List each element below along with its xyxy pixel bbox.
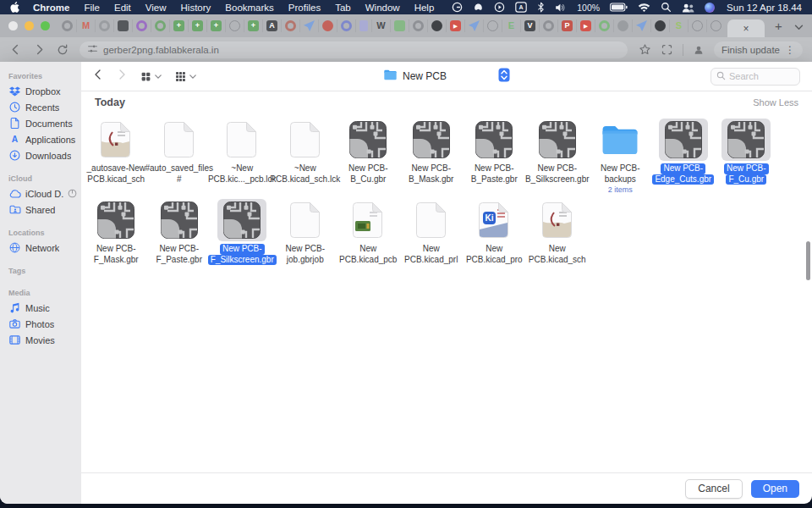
sidebar-item-recents[interactable]: Recents — [0, 99, 81, 115]
folder-dropdown[interactable]: New PCB — [383, 68, 510, 86]
reload-icon[interactable] — [57, 44, 69, 56]
input-source-icon[interactable]: A — [515, 2, 527, 13]
menu-item-chrome[interactable]: Chrome — [33, 3, 69, 13]
menu-item-help[interactable]: Help — [414, 3, 435, 13]
archive-favicon[interactable]: A — [263, 19, 282, 32]
file-item[interactable]: NewPCB.kicad_pcb — [337, 199, 400, 279]
active-tab[interactable]: × — [727, 19, 765, 37]
dark-app-favicon[interactable] — [114, 19, 133, 32]
volume-icon[interactable] — [555, 3, 567, 13]
dropdown-stepper-icon[interactable] — [498, 68, 510, 86]
dialog-back-button[interactable] — [93, 69, 103, 84]
bookmark-star-icon[interactable] — [639, 43, 651, 56]
search-field[interactable] — [710, 68, 800, 86]
file-item[interactable]: KiNewPCB.kicad_pro — [463, 199, 526, 279]
zoom-window-button[interactable] — [41, 21, 50, 30]
chrome-favicon[interactable] — [540, 19, 558, 32]
sheet-favicon[interactable]: + — [189, 19, 207, 32]
file-item[interactable]: New PCB-job.gbrjob — [274, 199, 337, 279]
back-icon[interactable] — [9, 43, 22, 56]
s-app-favicon[interactable]: S — [670, 19, 689, 32]
close-tab-icon[interactable]: × — [743, 24, 749, 34]
sheet-favicon[interactable]: + — [244, 19, 263, 32]
file-item[interactable]: New PCB-F_Silkscreen.gbr — [211, 199, 274, 279]
file-item[interactable]: NewPCB.kicad_prl — [400, 199, 464, 279]
show-less-button[interactable]: Show Less — [753, 97, 798, 108]
dialog-forward-button[interactable] — [117, 69, 127, 84]
sheet-favicon[interactable]: + — [207, 19, 226, 32]
dark-circle-favicon[interactable] — [428, 19, 447, 32]
globe-favicon[interactable] — [707, 19, 725, 32]
cancel-button[interactable]: Cancel — [685, 479, 742, 499]
sidebar-item-downloads[interactable]: Downloads — [0, 147, 81, 163]
scrollbar-thumb[interactable] — [806, 241, 810, 280]
file-item[interactable]: New PCB-Edge_Cuts.gbr — [652, 119, 716, 199]
finish-update-button[interactable]: Finish update ⋮ — [714, 41, 803, 58]
browser-menu-dots-icon[interactable]: ⋮ — [785, 44, 795, 56]
file-item[interactable]: New PCB-F_Mask.gbr — [85, 199, 148, 279]
green-app-favicon[interactable] — [151, 19, 170, 32]
file-item[interactable]: ~NewPCB.kicad_sch.lck — [274, 119, 337, 199]
search-input[interactable] — [729, 71, 794, 81]
profile-avatar-icon[interactable] — [693, 44, 705, 56]
v-app-favicon[interactable]: V — [521, 19, 540, 32]
sidebar-item-photos[interactable]: Photos — [0, 316, 81, 332]
file-item[interactable]: _autosave-NewPCB.kicad_sch — [85, 119, 148, 199]
grammarly-icon[interactable] — [452, 2, 463, 13]
minimize-window-button[interactable] — [25, 21, 34, 30]
file-item[interactable]: New PCB-F_Cu.gbr — [715, 119, 778, 199]
stack-favicon[interactable] — [614, 19, 633, 32]
file-item[interactable]: New PCB-B_Paste.gbr — [463, 119, 526, 199]
apple-menu-icon[interactable] — [10, 2, 19, 13]
menu-item-history[interactable]: History — [181, 3, 211, 13]
youtube-favicon[interactable]: ▶ — [577, 19, 595, 32]
sidebar-item-shared[interactable]: Shared — [0, 202, 81, 218]
menu-item-profiles[interactable]: Profiles — [288, 3, 321, 13]
sidebar-item-network[interactable]: Network — [0, 240, 81, 256]
sidebar-item-icloud-d[interactable]: iCloud D... — [0, 185, 81, 202]
siri-icon[interactable] — [705, 3, 715, 13]
menu-item-view[interactable]: View — [145, 3, 167, 13]
address-bar[interactable]: gerber2png.fablabkerala.in — [80, 41, 628, 58]
close-window-button[interactable] — [8, 21, 18, 30]
telegram-favicon[interactable] — [465, 19, 484, 32]
sidebar-item-movies[interactable]: Movies — [0, 332, 81, 348]
file-item[interactable]: ~NewPCB.kic..._pcb.lck — [211, 119, 274, 199]
bluetooth-icon[interactable] — [537, 2, 545, 13]
screenshot-tool-icon[interactable] — [661, 43, 673, 56]
menu-item-tab[interactable]: Tab — [335, 3, 351, 13]
sidebar-item-music[interactable]: Music — [0, 300, 81, 316]
menu-item-bookmarks[interactable]: Bookmarks — [225, 3, 274, 13]
youtube-favicon[interactable]: ▶ — [447, 19, 465, 32]
sidebar-item-documents[interactable]: Documents — [0, 115, 81, 131]
green-ring-favicon[interactable] — [595, 19, 614, 32]
new-tab-button[interactable]: + — [775, 19, 782, 32]
pinterest-favicon[interactable]: P — [558, 19, 577, 32]
open-button[interactable]: Open — [751, 480, 799, 498]
green-sheet-favicon[interactable] — [391, 19, 409, 32]
chrome-favicon[interactable] — [58, 19, 77, 32]
green-e-favicon[interactable]: E — [502, 19, 521, 32]
globe-favicon[interactable] — [484, 19, 502, 32]
grey-app-favicon[interactable] — [96, 19, 114, 32]
file-item[interactable]: NewPCB.kicad_sch — [526, 199, 590, 279]
grid-view-button[interactable] — [175, 71, 196, 82]
chrome-color-favicon[interactable] — [282, 19, 300, 32]
url-text[interactable]: gerber2png.fablabkerala.in — [103, 45, 219, 55]
globe-favicon[interactable] — [689, 19, 707, 32]
sidebar-item-dropbox[interactable]: Dropbox — [0, 83, 81, 99]
wikipedia-favicon[interactable]: W — [372, 19, 391, 32]
file-item[interactable]: #auto_saved_files# — [148, 119, 211, 199]
forward-icon[interactable] — [33, 43, 46, 56]
tab-search-chevron-icon[interactable] — [794, 19, 804, 34]
file-item[interactable]: New PCB-backups2 items — [589, 119, 652, 199]
purple-app-favicon[interactable] — [133, 19, 151, 32]
file-item[interactable]: New PCB-B_Mask.gbr — [400, 119, 464, 199]
telegram-favicon[interactable] — [300, 19, 319, 32]
sheet-favicon[interactable]: + — [170, 19, 189, 32]
menu-item-window[interactable]: Window — [365, 3, 400, 13]
sidebar-item-applications[interactable]: AApplications — [0, 131, 81, 147]
file-item[interactable]: New PCB-B_Cu.gbr — [337, 119, 400, 199]
red-flower-favicon[interactable] — [319, 19, 337, 32]
battery-icon[interactable] — [610, 3, 628, 12]
